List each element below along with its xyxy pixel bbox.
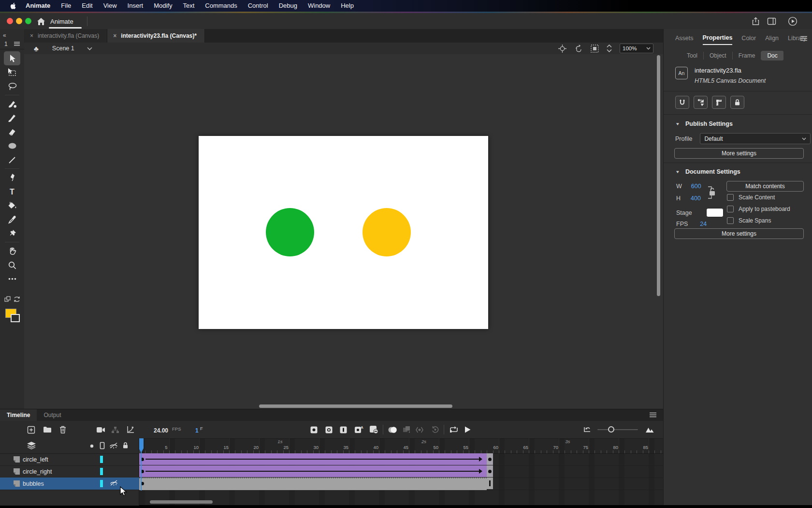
free-transform-tool[interactable] [4, 65, 20, 79]
timeline-zoom-slider-track[interactable] [597, 429, 638, 430]
new-folder-icon[interactable] [42, 424, 53, 435]
layer-color-chip[interactable] [100, 456, 103, 463]
width-value[interactable]: 600 [691, 183, 701, 190]
publish-settings-header[interactable]: ▼ Publish Settings [675, 120, 733, 127]
panel-tab-assets[interactable]: Assets [675, 35, 694, 45]
minimize-window-button[interactable] [16, 18, 22, 24]
document-more-settings-button[interactable]: More settings [674, 228, 804, 239]
frame-row-circle_right[interactable] [139, 465, 663, 478]
onion-skin-range-icon[interactable] [414, 424, 425, 435]
reset-timeline-zoom-icon[interactable] [581, 424, 592, 435]
share-icon[interactable] [749, 16, 762, 27]
edit-multiple-frames-icon[interactable] [401, 424, 412, 435]
snap-to-objects-button[interactable] [675, 96, 689, 109]
auto-keyframe-icon[interactable]: A [353, 424, 364, 435]
zoom-level-select[interactable]: 100% [620, 44, 653, 53]
pasteboard[interactable] [24, 54, 663, 409]
document-tab-1[interactable]: ×interactivity23.fla (Canvas)* [107, 29, 205, 43]
center-stage-icon[interactable] [558, 45, 566, 53]
asset-warp-tool[interactable] [4, 226, 20, 240]
layer-name[interactable]: circle_left [23, 456, 48, 463]
menu-item-control[interactable]: Control [243, 2, 274, 9]
rotate-frame-icon[interactable] [430, 424, 440, 435]
delete-layer-icon[interactable] [58, 424, 68, 435]
toolbar-menu-icon[interactable] [14, 42, 20, 46]
match-contents-button[interactable]: Match contents [726, 181, 804, 192]
zoom-tool[interactable] [4, 258, 20, 272]
panel-tab-properties[interactable]: Properties [703, 34, 733, 45]
text-tool[interactable]: T [4, 184, 20, 198]
quick-publish-icon[interactable] [786, 16, 799, 27]
menu-item-edit[interactable]: Edit [76, 2, 98, 9]
pen-tool[interactable] [4, 170, 20, 184]
unlink-dimensions-icon[interactable] [706, 183, 717, 202]
insert-keyframe-icon[interactable] [308, 424, 319, 435]
layer-color-chip[interactable] [100, 468, 103, 475]
layer-row-circle_right[interactable]: circle_right [0, 465, 139, 478]
eraser-tool[interactable] [4, 125, 20, 139]
close-tab-icon[interactable]: × [30, 32, 33, 39]
oval-tool[interactable] [4, 139, 20, 153]
stage[interactable] [199, 136, 488, 329]
timeline-horizontal-scrollbar[interactable] [150, 500, 213, 504]
timeline-panel-menu-icon[interactable] [650, 412, 656, 418]
height-value[interactable]: 400 [691, 195, 701, 202]
graph-editor-icon[interactable] [125, 424, 136, 435]
more-tools[interactable] [4, 272, 20, 286]
frame-row-bubbles[interactable] [139, 478, 663, 490]
paint-bucket-tool[interactable] [4, 198, 20, 212]
subtab-tool[interactable]: Tool [681, 51, 703, 60]
clip-content-icon[interactable] [591, 45, 599, 53]
layer-parenting-icon[interactable] [110, 424, 120, 435]
onion-skin-icon[interactable] [387, 424, 398, 435]
frame-row-circle_left[interactable] [139, 453, 663, 466]
close-tab-icon[interactable]: × [113, 32, 116, 39]
classic-brush-tool[interactable] [4, 111, 20, 125]
loop-playback-icon[interactable] [449, 424, 459, 435]
menu-item-debug[interactable]: Debug [274, 2, 303, 9]
subtab-doc[interactable]: Doc [761, 51, 783, 60]
workspace-layout-icon[interactable] [765, 16, 778, 27]
green-circle[interactable] [266, 208, 314, 256]
profile-select[interactable]: Default [700, 133, 811, 144]
canvas-vertical-scrollbar[interactable] [657, 55, 660, 296]
stage-color-swatch[interactable] [706, 208, 724, 217]
swap-arrows-icon[interactable] [14, 296, 20, 302]
hand-tool[interactable] [4, 244, 20, 258]
swap-colors-icon[interactable] [4, 296, 11, 302]
document-tab-0[interactable]: ×interactivity.fla (Canvas) [24, 29, 107, 43]
apply-to-pasteboard-checkbox[interactable] [727, 206, 734, 212]
insert-blank-keyframe-icon[interactable] [323, 424, 334, 435]
selection-tool[interactable] [4, 51, 20, 65]
home-icon[interactable] [35, 15, 47, 27]
play-button[interactable] [462, 424, 473, 435]
menu-item-file[interactable]: File [56, 2, 76, 9]
layer-color-chip[interactable] [100, 480, 103, 487]
subtab-object[interactable]: Object [704, 51, 732, 60]
scene-chevron-down-icon[interactable] [87, 47, 92, 50]
frames-area[interactable]: 5101520253035404550556065707580851s2s3s [139, 438, 663, 506]
scene-name[interactable]: Scene 1 [52, 45, 74, 52]
frame-ruler[interactable]: 5101520253035404550556065707580851s2s3s [139, 438, 663, 454]
fps-display[interactable]: 24.00 [154, 427, 168, 434]
zoom-window-button[interactable] [25, 18, 31, 24]
rotation-tool-icon[interactable] [574, 45, 583, 53]
scale-content-checkbox[interactable] [727, 194, 734, 201]
menu-item-insert[interactable]: Insert [122, 2, 149, 9]
layer-name[interactable]: bubbles [23, 480, 44, 487]
camera-icon[interactable] [95, 424, 106, 435]
menu-item-commands[interactable]: Commands [200, 2, 242, 9]
fluid-brush-tool[interactable] [4, 97, 20, 111]
menu-item-animate[interactable]: Animate [20, 2, 56, 9]
layer-hidden-eye-icon[interactable] [110, 480, 118, 486]
panel-tab-color[interactable]: Color [741, 35, 756, 45]
new-layer-icon[interactable] [26, 424, 36, 435]
timeline-tab-timeline[interactable]: Timeline [0, 409, 37, 421]
workspace-tab-animate[interactable]: Animate [50, 15, 73, 27]
panel-menu-icon[interactable] [800, 36, 807, 41]
insert-frame-icon[interactable] [338, 424, 348, 435]
close-window-button[interactable] [7, 18, 13, 24]
snap-align-button[interactable] [694, 96, 708, 109]
layer-row-bubbles[interactable]: bubbles [0, 478, 139, 490]
panel-tab-align[interactable]: Align [765, 35, 779, 45]
